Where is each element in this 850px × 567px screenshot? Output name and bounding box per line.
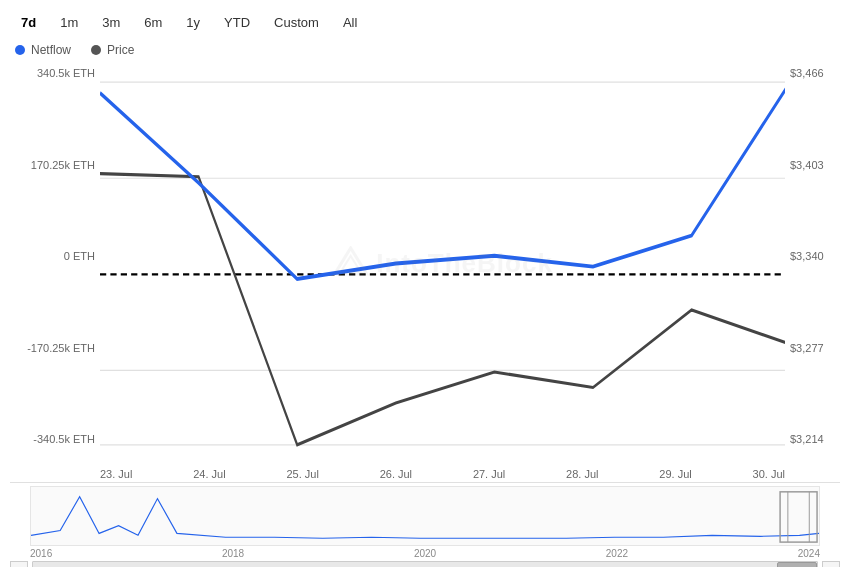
price-label: Price [107, 43, 134, 57]
y-label-r-3: $3,340 [790, 250, 824, 262]
btn-ytd[interactable]: YTD [213, 10, 261, 35]
main-container: 7d 1m 3m 6m 1y YTD Custom All Netflow Pr… [0, 0, 850, 567]
x-label-5: 28. Jul [566, 468, 598, 480]
mini-x-2018: 2018 [222, 548, 244, 559]
y-label-r-2: $3,403 [790, 159, 824, 171]
main-chart-wrapper: 340.5k ETH 170.25k ETH 0 ETH -170.25k ET… [10, 62, 840, 465]
scrollbar-track[interactable] [32, 561, 818, 567]
y-label-top: 340.5k ETH [37, 67, 95, 79]
netflow-label: Netflow [31, 43, 71, 57]
x-label-7: 30. Jul [753, 468, 785, 480]
mini-x-2024: 2024 [798, 548, 820, 559]
btn-1m[interactable]: 1m [49, 10, 89, 35]
left-y-axis: 340.5k ETH 170.25k ETH 0 ETH -170.25k ET… [10, 62, 100, 465]
btn-7d[interactable]: 7d [10, 10, 47, 35]
mini-x-2020: 2020 [414, 548, 436, 559]
netflow-line [100, 82, 785, 279]
btn-all[interactable]: All [332, 10, 368, 35]
mini-svg [31, 487, 819, 545]
right-y-axis: $3,466 $3,403 $3,340 $3,277 $3,214 [785, 62, 840, 465]
mini-chart-wrapper: 2016 2018 2020 2022 2024 ◀ ▶ [10, 482, 840, 562]
y-label-r-bottom: $3,214 [790, 433, 824, 445]
x-label-2: 25. Jul [286, 468, 318, 480]
mini-x-2022: 2022 [606, 548, 628, 559]
scrollbar-row: ◀ ▶ [10, 561, 840, 567]
mini-chart-inner [30, 486, 820, 546]
y-label-2: 170.25k ETH [31, 159, 95, 171]
mini-x-2016: 2016 [30, 548, 52, 559]
y-label-r-top: $3,466 [790, 67, 824, 79]
x-label-1: 24. Jul [193, 468, 225, 480]
y-label-zero: 0 ETH [64, 250, 95, 262]
x-label-4: 27. Jul [473, 468, 505, 480]
scroll-right-arrow[interactable]: ▶ [822, 561, 840, 567]
price-line [100, 174, 785, 445]
legend-netflow: Netflow [15, 43, 71, 57]
chart-legend: Netflow Price [10, 43, 840, 57]
mini-x-labels: 2016 2018 2020 2022 2024 [10, 546, 840, 559]
btn-1y[interactable]: 1y [175, 10, 211, 35]
chart-area: IntoTheBlock [100, 62, 785, 465]
legend-price: Price [91, 43, 134, 57]
btn-6m[interactable]: 6m [133, 10, 173, 35]
scrollbar-thumb[interactable] [777, 562, 817, 567]
y-label-r-4: $3,277 [790, 342, 824, 354]
btn-custom[interactable]: Custom [263, 10, 330, 35]
x-label-0: 23. Jul [100, 468, 132, 480]
x-label-3: 26. Jul [380, 468, 412, 480]
y-label-bottom: -340.5k ETH [33, 433, 95, 445]
x-label-6: 29. Jul [659, 468, 691, 480]
time-range-bar: 7d 1m 3m 6m 1y YTD Custom All [10, 10, 840, 35]
x-axis: 23. Jul 24. Jul 25. Jul 26. Jul 27. Jul … [100, 465, 785, 480]
main-svg [100, 62, 785, 465]
y-label-4: -170.25k ETH [27, 342, 95, 354]
scroll-left-arrow[interactable]: ◀ [10, 561, 28, 567]
btn-3m[interactable]: 3m [91, 10, 131, 35]
netflow-dot [15, 45, 25, 55]
price-dot [91, 45, 101, 55]
